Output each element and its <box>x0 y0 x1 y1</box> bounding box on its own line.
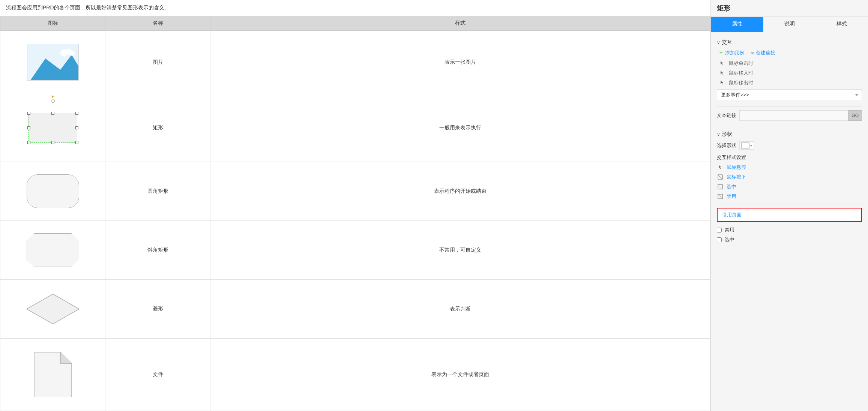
panel-body: ∨ 交互 ＋ 添加用例 ∞ 创建连接 鼠标单击时 <box>711 32 868 411</box>
divider-3 <box>717 204 862 204</box>
file-icon <box>34 352 72 397</box>
svg-line-11 <box>718 184 722 189</box>
chamfered-rect-icon <box>27 233 79 267</box>
row-name-image: 图片 <box>153 59 163 65</box>
tab-style[interactable]: 样式 <box>815 17 868 32</box>
event-row-click: 鼠标单击时 <box>717 60 862 67</box>
row-name-file: 文件 <box>153 371 163 377</box>
hover-icon <box>718 165 723 170</box>
cursor-icon-click <box>718 60 726 66</box>
interact-style-section: 交互样式设置 鼠标悬停 鼠标按下 <box>717 154 862 200</box>
tab-description[interactable]: 说明 <box>763 17 816 32</box>
table-row: 圆角矩形 表示程序的开始或结束 <box>0 162 710 220</box>
handle-bl <box>27 141 30 144</box>
icon-wrapper-diamond <box>8 292 98 326</box>
interact-event-label-disabled[interactable]: 禁用 <box>727 193 736 200</box>
interact-event-label-selected[interactable]: 选中 <box>727 183 736 190</box>
plus-icon: ＋ <box>718 50 724 56</box>
handle-mr <box>75 126 78 129</box>
handle-tr <box>75 112 78 115</box>
col-header-style: 样式 <box>210 16 710 31</box>
mousedown-cursor-icon <box>717 174 724 180</box>
interact-event-row-hover: 鼠标悬停 <box>717 164 862 171</box>
event-row-enter: 鼠标移入时 <box>717 70 862 76</box>
action-links: ＋ 添加用例 ∞ 创建连接 <box>717 50 862 56</box>
handle-tl <box>27 112 30 115</box>
icon-cell-chamfered-rect <box>0 220 105 279</box>
event-row-leave: 鼠标移出时 <box>717 80 862 86</box>
icon-wrapper-rect: ▼ <box>8 107 98 148</box>
row-name-rounded-rect: 圆角矩形 <box>147 188 168 194</box>
text-link-input[interactable] <box>739 110 848 121</box>
style-cell-image: 表示一张图片 <box>210 31 710 94</box>
icon-wrapper-rounded-rect <box>8 174 98 208</box>
checkbox-row-selected: 选中 <box>717 236 862 243</box>
interact-style-title: 交互样式设置 <box>717 154 862 161</box>
table-row: 斜角矩形 不常用，可自定义 <box>0 220 710 279</box>
select-shape-label: 选择形状 <box>717 142 736 149</box>
name-cell-rounded-rect: 圆角矩形 <box>105 162 210 220</box>
right-panel: 矩形 属性 说明 样式 ∨ 交互 ＋ 添加用例 ∞ 创建连接 <box>710 0 868 411</box>
collapse-icon[interactable]: ∨ <box>717 40 720 45</box>
disable-checkbox[interactable] <box>717 228 722 232</box>
row-style-diamond: 表示判断 <box>450 306 471 312</box>
event-label-leave: 鼠标移出时 <box>729 80 753 86</box>
interact-event-row-selected: 选中 <box>717 183 862 190</box>
cursor-icon-enter <box>718 70 726 76</box>
icon-wrapper-file <box>8 352 98 397</box>
intro-text: 流程图会应用到PRD的各个页面，所以最好清楚常见图形表示的含义。 <box>0 0 710 16</box>
text-link-row: 文本链接 GO <box>717 110 862 121</box>
table-row: ▼ <box>0 94 710 162</box>
more-events-select[interactable]: 更多事件>>> <box>717 89 862 100</box>
shape-section: ∨ 形状 选择形状 ▾ <box>717 131 862 150</box>
rotate-handle <box>51 99 55 103</box>
style-cell-chamfered-rect: 不常用，可自定义 <box>210 220 710 279</box>
hover-cursor-icon <box>717 164 724 171</box>
style-cell-file: 表示为一个文件或者页面 <box>210 338 710 411</box>
name-cell-file: 文件 <box>105 338 210 411</box>
panel-tabs: 属性 说明 样式 <box>711 17 868 32</box>
row-style-chamfered-rect: 不常用，可自定义 <box>439 247 481 253</box>
add-use-case-link[interactable]: ＋ 添加用例 <box>718 50 745 56</box>
mouse-leave-icon <box>719 80 725 86</box>
interact-event-label-hover[interactable]: 鼠标悬停 <box>727 164 746 171</box>
tab-attributes[interactable]: 属性 <box>711 17 763 32</box>
disabled-cursor-icon <box>717 193 724 200</box>
mouse-enter-icon <box>719 70 725 76</box>
row-style-rounded-rect: 表示程序的开始或结束 <box>434 188 487 194</box>
table-row: 图片 表示一张图片 <box>0 31 710 94</box>
handle-ml <box>27 126 30 129</box>
row-name-rect: 矩形 <box>153 124 163 130</box>
col-header-name: 名称 <box>105 16 210 31</box>
reference-page-link[interactable]: 引用页面 <box>722 212 742 218</box>
rect-selected-wrapper: ▼ <box>23 107 83 148</box>
link-icon: ∞ <box>751 50 754 56</box>
table-row: 菱形 表示判断 <box>0 279 710 338</box>
icon-wrapper-image <box>8 44 98 81</box>
shape-select-wrapper[interactable]: ▾ <box>739 141 754 150</box>
selected-cursor-icon <box>717 183 724 190</box>
interaction-section-header: ∨ 交互 <box>717 39 862 46</box>
create-link-link[interactable]: ∞ 创建连接 <box>751 50 775 56</box>
selected-checkbox-label: 选中 <box>725 236 734 243</box>
name-cell-rect: 矩形 <box>105 94 210 162</box>
row-style-file: 表示为一个文件或者页面 <box>431 371 489 377</box>
disabled-icon <box>718 194 723 199</box>
text-link-go-button[interactable]: GO <box>848 110 862 121</box>
svg-line-9 <box>718 175 722 179</box>
pin-handle: ▼ <box>51 94 55 99</box>
shape-dropdown-arrow-icon: ▾ <box>750 144 752 148</box>
reference-section: 引用页面 <box>717 208 862 222</box>
row-style-rect: 一般用来表示执行 <box>439 124 481 130</box>
interact-event-row-disabled: 禁用 <box>717 193 862 200</box>
selected-checkbox[interactable] <box>717 237 722 242</box>
shape-collapse-icon[interactable]: ∨ <box>717 132 720 137</box>
interact-event-label-mousedown[interactable]: 鼠标按下 <box>727 174 746 180</box>
text-link-input-wrapper: GO <box>739 110 862 121</box>
icon-cell-file <box>0 338 105 411</box>
add-use-case-label: 添加用例 <box>725 50 745 56</box>
style-cell-rect: 一般用来表示执行 <box>210 94 710 162</box>
style-cell-rounded-rect: 表示程序的开始或结束 <box>210 162 710 220</box>
mousedown-icon <box>718 174 723 180</box>
svg-marker-6 <box>27 294 79 324</box>
